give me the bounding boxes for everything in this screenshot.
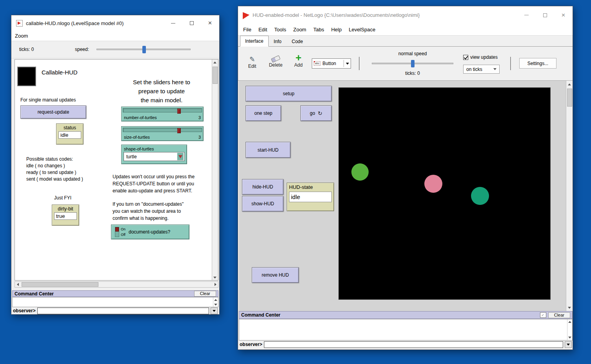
one-step-button[interactable]: one step (245, 105, 281, 121)
delete-tool-button[interactable]: Delete (265, 55, 286, 68)
plus-icon: + (295, 52, 301, 63)
turtle (351, 163, 369, 181)
speed-slider[interactable] (96, 49, 191, 50)
close-icon: × (562, 11, 566, 19)
command-input[interactable] (264, 341, 563, 348)
edit-tool-button[interactable]: ✎ Edit (243, 55, 262, 69)
left-titlebar[interactable]: callable-HUD.nlogo (LevelSpace model #0)… (11, 15, 219, 31)
menu-tools[interactable]: Tools (271, 27, 289, 33)
menu-file[interactable]: File (240, 27, 255, 33)
slider-handle[interactable] (177, 109, 181, 114)
speed-slider[interactable] (372, 63, 453, 64)
tab-code[interactable]: Code (287, 36, 308, 46)
command-history-dropdown[interactable] (565, 341, 572, 348)
go-button[interactable]: go ↻ (300, 105, 332, 121)
view-updates-checkbox-row[interactable]: view updates (463, 54, 498, 60)
minimize-icon (524, 15, 529, 15)
menu-zoom[interactable]: Zoom (11, 33, 31, 39)
scroll-up-button[interactable] (212, 60, 218, 65)
model-view[interactable] (338, 87, 551, 300)
minimize-button[interactable] (517, 6, 536, 24)
pencil-icon: ✎ (249, 56, 255, 63)
slider-handle[interactable] (177, 128, 181, 133)
slider-track[interactable] (123, 128, 202, 132)
switch-slot[interactable] (115, 227, 119, 237)
content-horizontal-scrollbar[interactable] (15, 281, 218, 288)
document-updates-note: If you turn on "document-updates" you ca… (113, 201, 184, 222)
clear-button[interactable]: Clear (548, 312, 570, 318)
document-updates-switch[interactable]: On Off document-updates? (111, 225, 189, 239)
command-input[interactable] (37, 308, 209, 314)
size-of-turtles-slider[interactable]: size-of-turtles 3 (121, 126, 204, 141)
settings-button[interactable]: Settings... (519, 58, 556, 69)
minimize-button[interactable] (164, 15, 182, 31)
close-button[interactable]: × (201, 15, 219, 31)
arrow-left-icon (17, 283, 19, 286)
command-center-output[interactable] (239, 319, 573, 340)
sliders-note: Set the sliders here to prepare to updat… (118, 78, 205, 105)
model-interface-area: Callable-HUD For single manual updates r… (15, 59, 218, 281)
menu-levelspace[interactable]: LevelSpace (345, 27, 379, 33)
add-widget-button[interactable]: + Add (290, 54, 307, 68)
canvas-vertical-scrollbar[interactable] (566, 81, 573, 311)
command-center-output[interactable] (12, 297, 218, 307)
speed-slider-handle[interactable] (142, 46, 146, 53)
command-history-dropdown[interactable] (211, 308, 218, 314)
command-line: observer> (239, 340, 573, 348)
scroll-left-button[interactable] (15, 282, 20, 287)
hide-hud-button[interactable]: hide-HUD (242, 179, 284, 195)
maximize-button[interactable] (536, 6, 554, 24)
scroll-up-button[interactable] (567, 81, 572, 87)
scroll-up-button[interactable] (567, 319, 572, 324)
model-title: Callable-HUD (42, 69, 78, 76)
output-scrollbar[interactable] (213, 297, 218, 307)
tab-interface[interactable]: Interface (240, 36, 269, 47)
menu-help[interactable]: Help (327, 27, 345, 33)
widget-type-value: Button (322, 61, 336, 66)
maximize-button[interactable] (182, 15, 201, 31)
content-vertical-scrollbar[interactable] (212, 60, 218, 280)
slider-track[interactable] (123, 108, 202, 112)
arrow-down-icon (213, 277, 216, 279)
shape-of-turtles-chooser[interactable]: shape-of-turtles turtle (121, 145, 187, 164)
scroll-down-button[interactable] (567, 305, 572, 310)
scroll-right-button[interactable] (213, 282, 218, 287)
interface-canvas: setup one step go ↻ start-HUD hide-HUD s… (239, 81, 566, 311)
show-hud-button[interactable]: show-HUD (242, 196, 284, 212)
right-titlebar[interactable]: HUD-enabled-model - NetLogo {C:\Users\wa… (238, 6, 573, 24)
scroll-down-button[interactable] (212, 275, 218, 280)
widget-type-combobox[interactable]: abc Button (312, 58, 351, 69)
left-window-title: callable-HUD.nlogo (LevelSpace model #0) (26, 20, 124, 26)
command-line: observer> (12, 307, 218, 314)
scrollbar-thumb[interactable] (22, 282, 98, 287)
start-hud-button[interactable]: start-HUD (245, 142, 291, 158)
scrollbar-thumb[interactable] (213, 67, 218, 84)
scrollbar-thumb[interactable] (567, 89, 572, 107)
resize-command-center-button[interactable]: ↕ (540, 312, 546, 318)
setup-button[interactable]: setup (245, 86, 332, 101)
tab-info[interactable]: Info (269, 36, 287, 46)
scroll-down-button[interactable] (213, 302, 218, 307)
speed-slider-handle[interactable] (411, 60, 415, 67)
view-updates-checkbox[interactable] (463, 55, 468, 60)
mini-view (17, 67, 36, 86)
update-mode-select[interactable]: on ticks (463, 65, 500, 74)
menu-tabs[interactable]: Tabs (310, 27, 327, 33)
switch-handle[interactable] (115, 227, 119, 232)
request-update-button[interactable]: request-update (20, 105, 86, 119)
menu-edit[interactable]: Edit (255, 27, 271, 33)
close-button[interactable]: × (554, 6, 573, 24)
command-center-header: Command Center Clear (12, 290, 218, 297)
chevron-down-icon (567, 344, 570, 346)
shape-of-turtles-value-box[interactable]: turtle (124, 152, 185, 161)
output-scrollbar[interactable] (567, 319, 572, 340)
number-of-turtles-slider[interactable]: number-of-turtles 3 (121, 107, 204, 121)
clear-button[interactable]: Clear (194, 291, 216, 297)
menu-zoom[interactable]: Zoom (290, 27, 310, 33)
remove-hud-button[interactable]: remove HUD (252, 267, 299, 283)
switch-off-label: Off (121, 233, 125, 237)
chooser-dropdown-well[interactable] (177, 153, 184, 160)
updates-note: Updates won't occur until you press the … (113, 173, 195, 194)
scroll-down-button[interactable] (567, 335, 572, 340)
scroll-up-button[interactable] (213, 297, 218, 302)
